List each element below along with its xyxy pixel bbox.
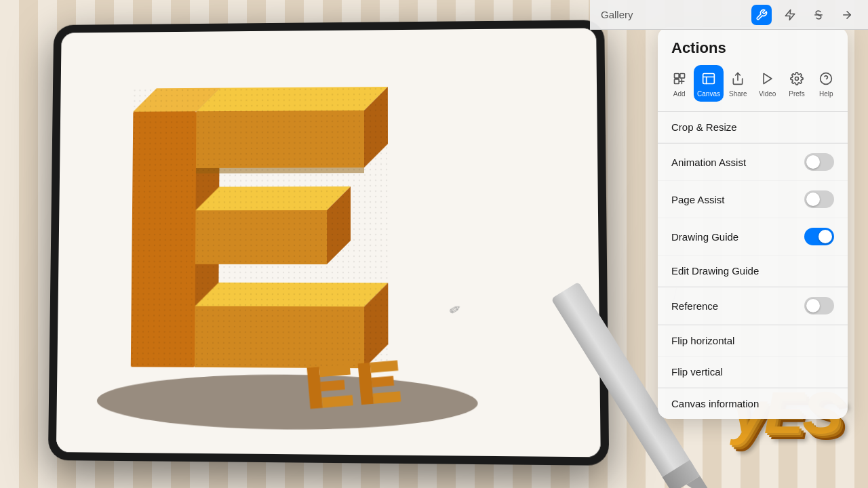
crop-resize-label: Crop & Resize <box>671 121 737 133</box>
row-flip-horizontal[interactable]: Flip horizontal <box>658 325 848 357</box>
video-icon <box>758 69 777 88</box>
tool-video[interactable]: Video <box>753 65 782 102</box>
canvas-information-label: Canvas information <box>671 398 759 409</box>
drawing-guide-label: Drawing Guide <box>671 231 738 243</box>
reference-label: Reference <box>671 300 718 312</box>
tool-share[interactable]: Share <box>724 65 753 102</box>
row-page-assist[interactable]: Page Assist <box>658 181 848 218</box>
toggle-knob-2 <box>806 192 820 206</box>
row-edit-drawing-guide[interactable]: Edit Drawing Guide <box>658 256 848 287</box>
svg-rect-27 <box>674 74 679 79</box>
row-flip-vertical[interactable]: Flip vertical <box>658 357 848 388</box>
video-label: Video <box>759 90 776 98</box>
top-toolbar: Gallery <box>590 0 868 30</box>
canvas-icon <box>699 69 718 88</box>
svg-rect-28 <box>679 74 684 79</box>
svg-rect-15 <box>130 85 390 370</box>
svg-point-37 <box>795 77 798 81</box>
svg-marker-36 <box>764 74 772 84</box>
flip-horizontal-label: Flip horizontal <box>671 335 734 346</box>
toggle-knob-4 <box>806 299 820 312</box>
add-label: Add <box>673 90 686 98</box>
tool-help[interactable]: Help <box>812 65 841 102</box>
share-label: Share <box>729 90 747 98</box>
tool-add[interactable]: Add <box>665 65 694 102</box>
svg-rect-32 <box>703 74 715 84</box>
row-animation-assist[interactable]: Animation Assist <box>658 144 848 181</box>
prefs-label: Prefs <box>789 90 804 98</box>
strikethrough-icon[interactable] <box>808 5 829 25</box>
reference-toggle[interactable] <box>804 297 834 314</box>
row-reference[interactable]: Reference <box>658 287 848 325</box>
flip-vertical-label: Flip vertical <box>671 366 723 378</box>
wrench-icon[interactable] <box>751 5 772 25</box>
actions-panel: Actions Add Canvas <box>658 27 848 419</box>
row-drawing-guide[interactable]: Drawing Guide <box>658 218 848 256</box>
toolbar-icons <box>751 5 857 25</box>
panel-toolbar: Add Canvas Share <box>658 65 848 111</box>
tool-canvas[interactable]: Canvas <box>694 65 723 102</box>
svg-rect-29 <box>674 79 679 84</box>
add-icon <box>670 69 689 88</box>
help-icon <box>816 69 835 88</box>
drawing-guide-toggle[interactable] <box>804 228 834 245</box>
arrow-icon[interactable] <box>837 5 857 25</box>
svg-marker-24 <box>785 9 795 20</box>
panel-title: Actions <box>658 27 848 65</box>
page-assist-toggle[interactable] <box>804 190 834 208</box>
edit-drawing-guide-label: Edit Drawing Guide <box>671 265 759 277</box>
page-assist-label: Page Assist <box>671 194 724 205</box>
row-crop-resize[interactable]: Crop & Resize <box>658 112 848 143</box>
artwork-svg <box>70 42 534 452</box>
gallery-button[interactable]: Gallery <box>601 9 633 20</box>
prefs-icon <box>787 69 806 88</box>
canvas-area[interactable]: ✏ <box>56 28 601 457</box>
animation-assist-toggle[interactable] <box>804 153 834 171</box>
lightning-icon[interactable] <box>780 5 800 25</box>
help-label: Help <box>819 90 833 98</box>
ipad-device: ✏ <box>48 20 609 466</box>
animation-assist-label: Animation Assist <box>671 157 746 168</box>
share-icon <box>728 69 747 88</box>
svg-rect-22 <box>372 376 394 388</box>
row-canvas-information[interactable]: Canvas information <box>658 388 848 419</box>
ipad-screen: ✏ <box>56 28 601 457</box>
tool-prefs[interactable]: Prefs <box>782 65 811 102</box>
svg-rect-18 <box>320 380 344 392</box>
toggle-knob-3 <box>818 230 832 243</box>
canvas-label: Canvas <box>697 90 720 98</box>
toggle-knob <box>806 155 820 169</box>
svg-point-0 <box>96 373 477 431</box>
